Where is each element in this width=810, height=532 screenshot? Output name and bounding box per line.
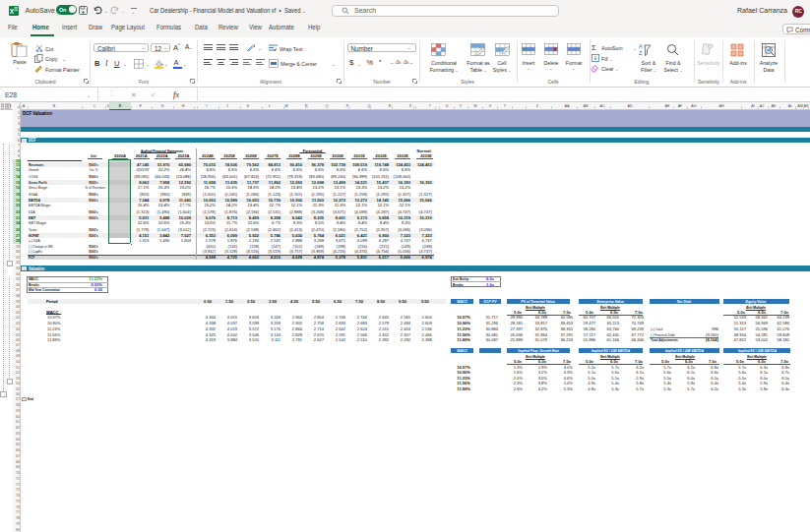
svg-text:Z: Z [639, 50, 643, 56]
svg-text:A: A [639, 43, 643, 49]
svg-text:X: X [10, 8, 15, 15]
